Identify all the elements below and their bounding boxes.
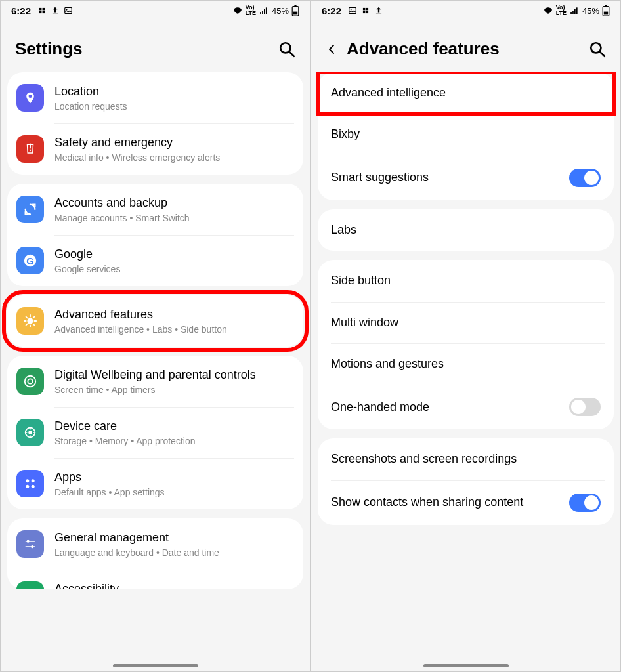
- row-title: Advanced intelligence: [331, 85, 601, 100]
- svg-point-22: [28, 430, 32, 434]
- svg-rect-8: [264, 9, 265, 14]
- slack-icon: [361, 6, 370, 15]
- item-show-contacts[interactable]: Show contacts when sharing content: [318, 480, 614, 525]
- search-icon[interactable]: [589, 41, 606, 58]
- row-title: Google: [54, 247, 294, 262]
- phone-left-settings: 6:22 Vo)LTE 45% Settings Location: [0, 0, 310, 672]
- accessibility-icon: [16, 581, 44, 589]
- row-title: Accessibility: [54, 581, 294, 589]
- row-title: Safety and emergency: [54, 135, 294, 150]
- item-screenshots[interactable]: Screenshots and screen recordings: [318, 438, 614, 480]
- image-icon: [64, 6, 73, 15]
- wifi-icon: [543, 6, 553, 15]
- row-title: One-handed mode: [331, 400, 559, 415]
- signal-icon: [569, 6, 580, 15]
- row-title: Multi window: [331, 315, 601, 330]
- svg-rect-41: [576, 7, 578, 14]
- toggle-smart-suggestions[interactable]: [569, 169, 601, 187]
- row-title: Accounts and backup: [54, 196, 294, 211]
- item-labs[interactable]: Labs: [318, 209, 614, 251]
- wifi-icon: [232, 6, 243, 15]
- svg-rect-32: [349, 7, 356, 13]
- svg-line-14: [289, 51, 294, 56]
- svg-rect-1: [43, 8, 45, 10]
- volte-icon: Vo)LTE: [556, 5, 567, 16]
- svg-rect-12: [293, 12, 297, 15]
- row-sub: Medical info • Wireless emergency alerts: [54, 152, 294, 163]
- svg-point-33: [351, 9, 352, 10]
- svg-rect-7: [262, 10, 263, 14]
- svg-rect-9: [266, 7, 267, 14]
- svg-point-24: [32, 479, 35, 482]
- svg-line-46: [599, 51, 605, 56]
- signal-icon: [259, 6, 269, 15]
- apps-icon: [16, 470, 44, 497]
- svg-point-26: [32, 485, 35, 488]
- row-title: Device care: [54, 419, 294, 434]
- phone-right-advanced-features: 6:22 Vo)LTE 45% Advanced features Advanc…: [310, 0, 621, 672]
- row-sub: Manage accounts • Smart Switch: [54, 213, 294, 223]
- settings-item-safety[interactable]: Safety and emergency Medical info • Wire…: [7, 123, 303, 175]
- row-title: Smart suggestions: [331, 170, 559, 185]
- row-sub: Location requests: [54, 101, 294, 112]
- svg-text:G: G: [26, 256, 33, 266]
- item-multi-window[interactable]: Multi window: [318, 302, 614, 343]
- svg-rect-37: [366, 11, 369, 13]
- settings-item-apps[interactable]: Apps Default apps • App settings: [7, 458, 303, 509]
- svg-point-20: [28, 379, 32, 383]
- svg-rect-35: [366, 8, 369, 10]
- home-indicator[interactable]: [423, 664, 509, 667]
- back-icon[interactable]: [326, 43, 337, 55]
- item-bixby[interactable]: Bixby: [318, 114, 614, 155]
- svg-point-19: [25, 376, 36, 387]
- upload-icon: [51, 6, 60, 15]
- search-icon[interactable]: [278, 41, 295, 58]
- item-one-handed[interactable]: One-handed mode: [318, 385, 614, 429]
- page-title: Advanced features: [347, 39, 500, 59]
- item-advanced-intelligence-highlighted[interactable]: Advanced intelligence: [318, 72, 614, 114]
- settings-item-advanced-features-highlighted[interactable]: Advanced features Advanced intelligence …: [7, 295, 303, 346]
- row-sub: Storage • Memory • App protection: [54, 436, 294, 446]
- settings-item-accounts[interactable]: Accounts and backup Manage accounts • Sm…: [7, 184, 303, 235]
- location-icon: [16, 84, 44, 112]
- clock: 6:22: [11, 5, 31, 16]
- svg-point-18: [27, 318, 33, 324]
- svg-rect-43: [605, 5, 607, 7]
- header: Settings: [1, 19, 310, 72]
- settings-item-accessibility[interactable]: Accessibility: [7, 570, 303, 589]
- settings-item-wellbeing[interactable]: Digital Wellbeing and parental controls …: [7, 356, 303, 407]
- svg-point-28: [27, 540, 30, 543]
- battery-percent: 45%: [582, 6, 599, 16]
- settings-item-google[interactable]: G Google Google services: [7, 235, 303, 286]
- item-motions-gestures[interactable]: Motions and gestures: [318, 343, 614, 385]
- row-title: Screenshots and screen recordings: [331, 452, 601, 467]
- toggle-one-handed[interactable]: [569, 398, 601, 416]
- battery-percent: 45%: [272, 6, 289, 16]
- item-side-button[interactable]: Side button: [318, 260, 614, 301]
- item-smart-suggestions[interactable]: Smart suggestions: [318, 156, 614, 200]
- home-indicator[interactable]: [113, 664, 198, 667]
- status-bar: 6:22 Vo)LTE 45%: [311, 1, 620, 19]
- svg-rect-4: [65, 7, 72, 13]
- svg-rect-40: [574, 9, 576, 14]
- row-title: Motions and gestures: [331, 356, 601, 371]
- general-icon: [16, 530, 44, 558]
- settings-item-general[interactable]: General management Language and keyboard…: [7, 518, 303, 570]
- svg-rect-39: [572, 10, 574, 14]
- settings-item-location[interactable]: Location Location requests: [7, 72, 303, 123]
- status-bar: 6:22 Vo)LTE 45%: [1, 1, 310, 19]
- svg-rect-2: [39, 11, 42, 13]
- row-sub: Google services: [54, 264, 294, 274]
- row-sub: Language and keyboard • Date and time: [54, 547, 294, 558]
- upload-icon: [374, 6, 383, 15]
- settings-item-device-care[interactable]: Device care Storage • Memory • App prote…: [7, 407, 303, 458]
- row-title: Digital Wellbeing and parental controls: [54, 368, 294, 383]
- svg-rect-36: [363, 11, 366, 13]
- toggle-show-contacts[interactable]: [569, 494, 601, 512]
- row-sub: Advanced intelligence • Labs • Side butt…: [54, 324, 294, 335]
- row-title: Side button: [331, 273, 601, 288]
- row-title: Labs: [331, 222, 601, 238]
- svg-point-25: [26, 485, 29, 488]
- svg-rect-44: [604, 12, 608, 15]
- devicecare-icon: [16, 419, 44, 446]
